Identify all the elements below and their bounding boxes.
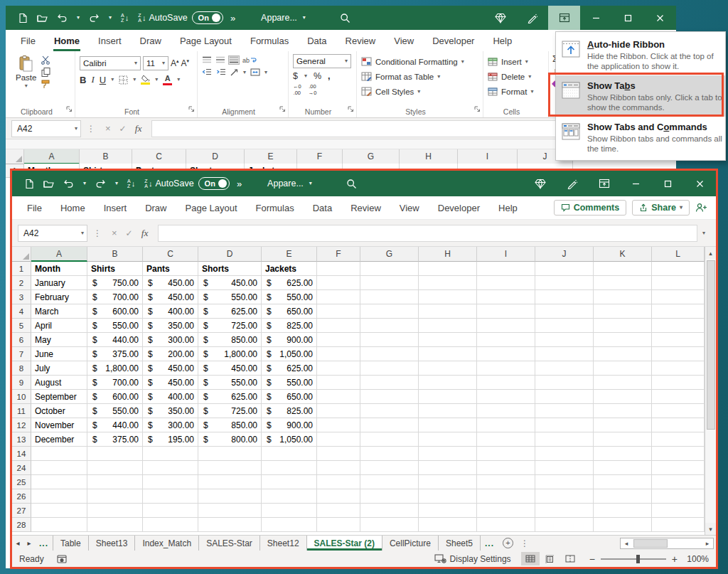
cell-amount[interactable]: $825.00 (262, 319, 317, 333)
cell-empty[interactable] (652, 262, 705, 276)
cell-pants[interactable]: Pants (143, 262, 198, 276)
cell-empty[interactable] (594, 361, 652, 376)
styles-dialog-launcher-icon[interactable] (474, 102, 481, 115)
cell-empty[interactable] (360, 461, 419, 475)
ribbon-tab-formulas[interactable]: Formulas (241, 30, 298, 51)
ribbon-tab-review[interactable]: Review (336, 30, 385, 51)
undo-chevron-icon[interactable]: ▾ (77, 15, 80, 21)
cell-empty[interactable] (198, 489, 262, 504)
fg-column-header-k[interactable]: K (594, 247, 652, 262)
cell-empty[interactable] (652, 361, 705, 376)
row-header[interactable]: 3 (12, 290, 31, 304)
cell-empty[interactable] (477, 333, 535, 347)
cell-empty[interactable] (419, 290, 477, 304)
cell-empty[interactable] (535, 376, 594, 390)
cell-empty[interactable] (360, 304, 419, 319)
fill-chevron-icon[interactable]: ▾ (155, 77, 158, 83)
close-button[interactable] (644, 6, 676, 30)
cell-empty[interactable] (87, 475, 143, 489)
cell-empty[interactable] (143, 518, 198, 532)
cell-empty[interactable] (535, 319, 594, 333)
cell-amount[interactable]: $450.00 (198, 361, 262, 376)
cell-month[interactable]: January (31, 276, 87, 290)
align-middle-button[interactable] (215, 56, 225, 64)
cell-amount[interactable]: $350.00 (143, 319, 198, 333)
cell-amount[interactable]: $450.00 (143, 376, 198, 390)
cell-empty[interactable] (419, 461, 477, 475)
sheet-tab-table[interactable]: Table (53, 536, 89, 551)
cell-empty[interactable] (594, 461, 652, 475)
cell-empty[interactable] (360, 333, 419, 347)
cell-empty[interactable] (262, 475, 317, 489)
format-as-table-button[interactable]: Format as Table▾ (361, 69, 440, 84)
cell-empty[interactable] (198, 475, 262, 489)
cell-empty[interactable] (360, 489, 419, 504)
cell-empty[interactable] (477, 475, 535, 489)
increase-font-size-button[interactable]: A▴ (171, 58, 179, 68)
merge-chevron-icon[interactable]: ▾ (264, 70, 267, 75)
cell-empty[interactable] (535, 404, 594, 418)
cell-empty[interactable] (535, 333, 594, 347)
scroll-right-icon[interactable]: ▸ (702, 540, 713, 547)
ribbon-tab-draw[interactable]: Draw (131, 30, 171, 51)
delete-cells-button[interactable]: Delete▾ (488, 69, 531, 84)
cell-shirts[interactable]: Shirts (87, 262, 143, 276)
cell-empty[interactable] (360, 319, 419, 333)
font-size-select[interactable]: 11▾ (143, 56, 168, 70)
cell-amount[interactable]: $625.00 (262, 276, 317, 290)
maximize-button[interactable] (612, 6, 644, 30)
accounting-format-button[interactable]: $ (293, 71, 298, 81)
cell-empty[interactable] (360, 276, 419, 290)
ribbon-tab-help[interactable]: Help (483, 30, 521, 51)
cell-empty[interactable] (317, 489, 360, 504)
cancel-entry-icon[interactable]: × (105, 123, 111, 134)
row-header[interactable]: 13 (12, 432, 31, 447)
cell-empty[interactable] (360, 347, 419, 361)
fg-column-header-a[interactable]: A (31, 247, 87, 262)
cell-amount[interactable]: $440.00 (87, 418, 143, 432)
cell-empty[interactable] (262, 504, 317, 518)
cell-amount[interactable]: $375.00 (87, 347, 143, 361)
scrollbar-thumb[interactable] (707, 260, 715, 430)
row-header[interactable]: 6 (12, 333, 31, 347)
display-settings-button[interactable]: Display Settings (434, 554, 511, 564)
cell-empty[interactable] (419, 347, 477, 361)
cell-empty[interactable] (652, 390, 705, 404)
clipboard-dialog-launcher-icon[interactable] (66, 102, 73, 115)
ribbon-tab-help[interactable]: Help (489, 196, 527, 219)
undo-chevron-icon[interactable]: ▾ (83, 181, 86, 186)
cell-amount[interactable]: $450.00 (143, 290, 198, 304)
cell-empty[interactable] (143, 504, 198, 518)
sort-ascending-icon[interactable]: AZ↓ (127, 179, 135, 188)
cell-empty[interactable] (198, 504, 262, 518)
align-bottom-button[interactable] (229, 56, 239, 64)
search-icon[interactable] (340, 13, 350, 23)
cell-empty[interactable] (535, 475, 594, 489)
orientation-button[interactable] (230, 68, 239, 76)
cell-empty[interactable] (360, 475, 419, 489)
cell-empty[interactable] (360, 504, 419, 518)
cell-month[interactable]: June (31, 347, 87, 361)
bg-column-header-c[interactable]: C (132, 149, 186, 164)
cell-empty[interactable] (360, 447, 419, 461)
row-header[interactable]: 12 (12, 418, 31, 432)
cell-empty[interactable] (360, 518, 419, 532)
percent-style-button[interactable]: % (314, 71, 321, 81)
ribbon-tab-view[interactable]: View (385, 30, 423, 51)
ribbon-tab-home[interactable]: Home (51, 196, 95, 219)
cell-empty[interactable] (652, 319, 705, 333)
underline-button[interactable]: U (100, 75, 106, 85)
cell-amount[interactable]: $550.00 (198, 290, 262, 304)
formula-input[interactable] (158, 225, 697, 242)
page-layout-view-button[interactable] (541, 552, 560, 565)
cell-month[interactable]: October (31, 404, 87, 418)
bold-button[interactable]: B (80, 75, 86, 85)
cell-shorts[interactable]: Shorts (198, 262, 262, 276)
cell-amount[interactable]: $400.00 (143, 390, 198, 404)
name-box[interactable]: A42▾ (11, 120, 81, 137)
cell-empty[interactable] (419, 390, 477, 404)
row-header[interactable]: 5 (12, 319, 31, 333)
cell-empty[interactable] (477, 489, 535, 504)
row-header[interactable]: 8 (12, 361, 31, 376)
cell-empty[interactable] (652, 461, 705, 475)
